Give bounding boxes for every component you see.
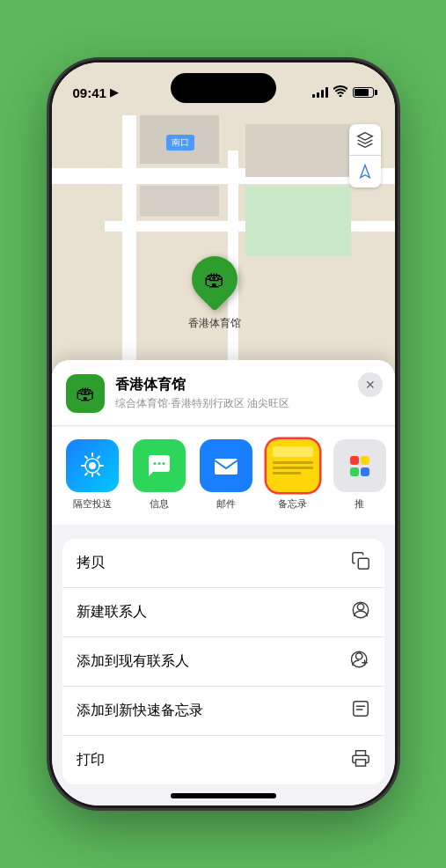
- action-add-existing[interactable]: 添加到现有联系人: [62, 637, 384, 687]
- messages-icon-wrap: [133, 439, 186, 492]
- print-icon: [351, 748, 370, 772]
- svg-rect-16: [355, 760, 365, 766]
- action-add-note[interactable]: 添加到新快速备忘录: [62, 687, 384, 736]
- share-item-airdrop[interactable]: 隔空投送: [62, 439, 122, 511]
- notes-label: 备忘录: [278, 497, 307, 511]
- add-existing-label: 添加到现有联系人: [77, 652, 189, 671]
- share-row: 隔空投送 信息: [52, 427, 395, 525]
- svg-point-1: [89, 462, 96, 469]
- airdrop-label: 隔空投送: [73, 497, 112, 511]
- bottom-sheet: 🏟 香港体育馆 综合体育馆·香港特别行政区 油尖旺区 ✕: [52, 360, 395, 805]
- share-item-mail[interactable]: 邮件: [196, 439, 256, 511]
- notes-icon-wrap: [267, 439, 319, 492]
- messages-icon: [144, 451, 174, 481]
- more-icon-wrap: [333, 439, 386, 492]
- mail-icon-wrap: [200, 439, 252, 492]
- messages-label: 信息: [150, 497, 169, 511]
- add-existing-icon: [351, 650, 370, 673]
- svg-rect-5: [215, 459, 238, 474]
- svg-point-3: [157, 462, 160, 465]
- status-icons: [312, 85, 374, 99]
- action-print[interactable]: 打印: [62, 736, 384, 784]
- signal-icon: [312, 87, 328, 98]
- marker-label: 香港体育馆: [188, 316, 241, 331]
- more-label: 推: [355, 497, 364, 511]
- new-contact-label: 新建联系人: [77, 603, 147, 622]
- dynamic-island: [171, 73, 276, 103]
- venue-name: 香港体育馆: [115, 376, 381, 394]
- action-new-contact[interactable]: 新建联系人: [62, 588, 384, 637]
- copy-icon: [351, 551, 370, 575]
- location-button[interactable]: [349, 156, 381, 188]
- venue-icon: 🏟: [66, 374, 105, 413]
- map-layers-button[interactable]: [349, 124, 381, 156]
- venue-info: 香港体育馆 综合体育馆·香港特别行政区 油尖旺区: [115, 376, 381, 411]
- print-label: 打印: [77, 751, 105, 769]
- home-bar: [171, 793, 276, 798]
- svg-point-7: [357, 604, 363, 610]
- airdrop-icon-wrap: [66, 439, 119, 492]
- action-list: 拷贝 新建联系人: [62, 539, 384, 784]
- action-copy[interactable]: 拷贝: [62, 539, 384, 588]
- clock: 09:41: [73, 85, 106, 100]
- phone-frame: 09:41 ▶: [52, 63, 395, 805]
- status-time: 09:41 ▶: [73, 85, 118, 100]
- close-button[interactable]: ✕: [358, 372, 383, 397]
- map-controls: [349, 124, 381, 188]
- add-note-label: 添加到新快速备忘录: [77, 702, 203, 720]
- airdrop-icon: [77, 451, 107, 481]
- svg-point-2: [153, 462, 156, 465]
- wifi-icon: [333, 85, 347, 99]
- battery-icon: [353, 87, 374, 98]
- share-item-messages[interactable]: 信息: [129, 439, 189, 511]
- map-label: 南口: [166, 135, 194, 151]
- share-item-notes[interactable]: 备忘录: [263, 439, 323, 511]
- svg-rect-6: [358, 558, 369, 569]
- mail-label: 邮件: [216, 497, 236, 511]
- svg-point-4: [162, 462, 165, 465]
- copy-label: 拷贝: [77, 554, 105, 572]
- stadium-marker[interactable]: 🏟 香港体育馆: [188, 256, 241, 331]
- venue-header: 🏟 香港体育馆 综合体育馆·香港特别行政区 油尖旺区 ✕: [52, 360, 395, 426]
- svg-rect-13: [353, 702, 368, 717]
- svg-point-9: [355, 653, 362, 659]
- mail-icon: [211, 451, 241, 481]
- add-note-icon: [351, 699, 370, 723]
- share-item-more[interactable]: 推: [330, 439, 390, 511]
- new-contact-icon: [351, 600, 370, 624]
- location-icon: ▶: [110, 86, 118, 99]
- venue-description: 综合体育馆·香港特别行政区 油尖旺区: [115, 396, 381, 411]
